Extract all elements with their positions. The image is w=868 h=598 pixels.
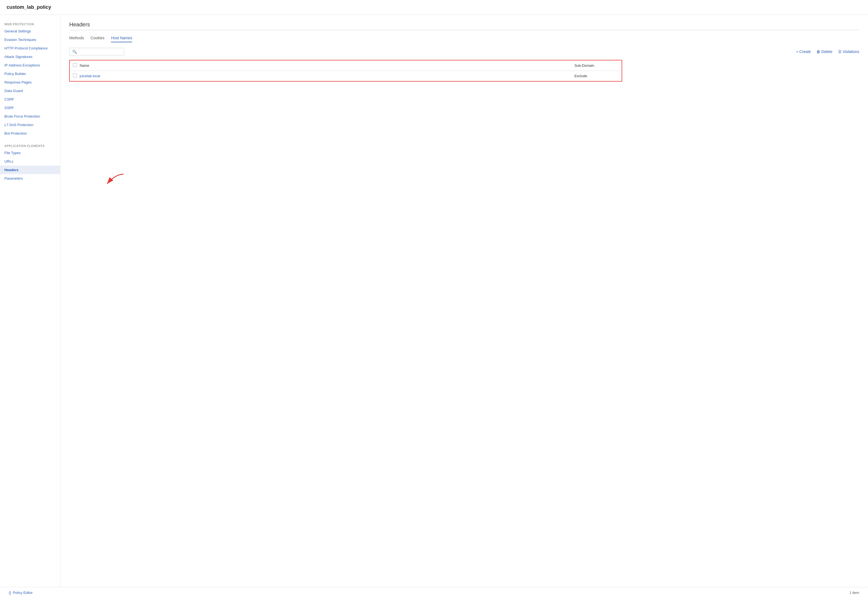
col-name-header: Name <box>80 63 574 67</box>
sidebar: WEB PROTECTION General Settings Evasion … <box>0 15 60 597</box>
row-name: juicelab.local <box>80 74 574 78</box>
policy-editor-button[interactable]: {} Policy Editor <box>9 591 33 595</box>
sidebar-item-bot-protection[interactable]: Bot Protection <box>0 129 60 138</box>
web-protection-section-label: WEB PROTECTION <box>0 20 60 27</box>
col-subdomain-header: Sub-Domain <box>574 63 618 67</box>
sidebar-item-headers[interactable]: Headers <box>0 166 60 174</box>
row-checkbox-col <box>73 73 80 78</box>
tab-methods[interactable]: Methods <box>69 36 84 42</box>
header-checkbox-col <box>73 63 80 68</box>
sidebar-item-http-protocol-compliance[interactable]: HTTP Protocol Compliance <box>0 44 60 52</box>
main-layout: WEB PROTECTION General Settings Evasion … <box>0 15 868 597</box>
footer-bar: {} Policy Editor 1 item <box>0 587 868 597</box>
sidebar-item-ip-address-exceptions[interactable]: IP Address Exceptions <box>0 61 60 69</box>
main-content: Headers Methods Cookies Host Names 🔍 + C… <box>60 15 868 597</box>
tab-cookies[interactable]: Cookies <box>91 36 105 42</box>
violations-icon: ☰ <box>838 49 842 54</box>
application-elements-section-label: APPLICATION ELEMENTS <box>0 142 60 149</box>
data-table: Name Sub-Domain juicelab.local Exclude <box>69 60 622 82</box>
sidebar-item-l7-dos-protection[interactable]: L7 DoS Protection <box>0 121 60 129</box>
toolbar-actions: + Create 🗑 Delete ☰ Violations <box>796 49 859 54</box>
table-row: juicelab.local Exclude <box>70 71 621 81</box>
delete-button[interactable]: 🗑 Delete <box>816 49 832 54</box>
row-name-link[interactable]: juicelab.local <box>80 74 100 78</box>
create-button[interactable]: + Create <box>796 49 811 54</box>
select-all-checkbox[interactable] <box>73 63 77 67</box>
section-title: Headers <box>69 21 859 28</box>
arrow-annotation <box>102 171 129 189</box>
violations-button[interactable]: ☰ Violations <box>838 49 859 54</box>
sidebar-item-evasion-techniques[interactable]: Evasion Techniques <box>0 36 60 44</box>
sidebar-item-policy-builder[interactable]: Policy Builder <box>0 69 60 78</box>
policy-editor-icon: {} <box>9 591 11 595</box>
item-count: 1 item <box>850 591 859 595</box>
section-divider <box>69 30 859 30</box>
tabs-container: Methods Cookies Host Names <box>69 36 859 42</box>
search-icon: 🔍 <box>72 49 77 54</box>
toolbar: 🔍 + Create 🗑 Delete ☰ Violations <box>69 48 859 55</box>
table-header: Name Sub-Domain <box>70 60 621 71</box>
search-box[interactable]: 🔍 <box>69 48 124 55</box>
sidebar-item-ssrf[interactable]: SSRF <box>0 103 60 112</box>
app-title: custom_lab_policy <box>7 4 861 10</box>
sidebar-item-brute-force-protection[interactable]: Brute Force Protection <box>0 112 60 121</box>
sidebar-item-urls[interactable]: URLs <box>0 157 60 166</box>
sidebar-item-file-types[interactable]: File Types <box>0 149 60 157</box>
row-checkbox[interactable] <box>73 73 77 78</box>
app-header: custom_lab_policy <box>0 0 868 15</box>
delete-icon: 🗑 <box>816 49 820 54</box>
tab-host-names[interactable]: Host Names <box>111 36 132 42</box>
row-subdomain-value: Exclude <box>574 74 587 78</box>
sidebar-item-general-settings[interactable]: General Settings <box>0 27 60 36</box>
sidebar-item-parameters[interactable]: Parameters <box>0 174 60 183</box>
search-input[interactable] <box>79 50 121 54</box>
sidebar-item-data-guard[interactable]: Data Guard <box>0 87 60 95</box>
sidebar-item-csrf[interactable]: CSRF <box>0 95 60 103</box>
sidebar-item-attack-signatures[interactable]: Attack Signatures <box>0 52 60 61</box>
row-subdomain: Exclude <box>574 74 618 78</box>
sidebar-item-response-pages[interactable]: Response Pages <box>0 78 60 87</box>
